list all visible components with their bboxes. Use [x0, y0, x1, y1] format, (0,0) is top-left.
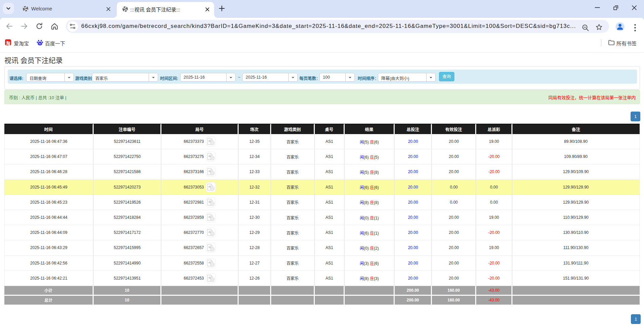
- svg-text:du: du: [39, 42, 41, 45]
